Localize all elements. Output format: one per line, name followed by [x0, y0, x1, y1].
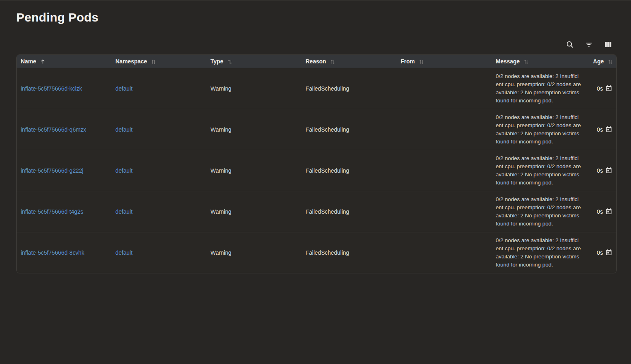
age-value-wrap: 0s — [588, 167, 613, 174]
event-type-cell: Warning — [206, 150, 301, 191]
sort-ascending-icon — [36, 58, 46, 65]
namespace-link[interactable]: default — [115, 126, 132, 133]
age-value-wrap: 0s — [588, 126, 613, 133]
column-label: From — [401, 58, 415, 65]
pod-row: inflate-5c5f75666d-8cvhkdefaultWarningFa… — [17, 232, 617, 273]
pending-pods-table: NameNamespaceTypeReasonFromMessageAge in… — [16, 54, 617, 273]
pod-name-link[interactable]: inflate-5c5f75666d-q6mzx — [21, 126, 86, 133]
pod-name-cell: inflate-5c5f75666d-kclzk — [17, 68, 111, 109]
column-label: Namespace — [115, 58, 147, 65]
age-value: 0s — [597, 126, 603, 133]
event-message-cell: 0/2 nodes are available: 2 Insufficient … — [492, 191, 583, 232]
column-header-message[interactable]: Message — [492, 55, 583, 68]
event-age-cell: 0s — [583, 232, 617, 273]
event-type-cell: Warning — [206, 68, 301, 109]
pod-row: inflate-5c5f75666d-t4g2sdefaultWarningFa… — [17, 191, 617, 232]
event-message-cell: 0/2 nodes are available: 2 Insufficient … — [492, 109, 583, 150]
event-reason-cell: FailedScheduling — [301, 232, 397, 273]
search-icon — [566, 40, 574, 49]
sort-toggle-icon — [223, 58, 233, 65]
event-message-cell: 0/2 nodes are available: 2 Insufficient … — [492, 150, 583, 191]
column-header-namespace[interactable]: Namespace — [111, 55, 206, 68]
pod-name-link[interactable]: inflate-5c5f75666d-8cvhk — [21, 249, 84, 256]
event-reason-cell: FailedScheduling — [301, 109, 397, 150]
calendar-icon — [605, 167, 612, 174]
age-value: 0s — [597, 85, 603, 92]
event-from-cell — [397, 232, 492, 273]
age-value: 0s — [597, 208, 603, 215]
age-value: 0s — [597, 249, 603, 256]
namespace-link[interactable]: default — [115, 249, 132, 256]
event-type-cell: Warning — [206, 109, 301, 150]
search-button[interactable] — [565, 39, 575, 49]
age-value-wrap: 0s — [588, 85, 613, 92]
event-reason-cell: FailedScheduling — [301, 191, 397, 232]
columns-icon — [604, 40, 612, 49]
event-message-cell: 0/2 nodes are available: 2 Insufficient … — [492, 68, 583, 109]
event-age-cell: 0s — [583, 68, 617, 109]
pod-name-cell: inflate-5c5f75666d-g222j — [17, 150, 111, 191]
pending-pods-page: Pending Pods — [0, 1, 631, 273]
sort-toggle-icon — [415, 58, 424, 65]
event-age-cell: 0s — [583, 109, 617, 150]
namespace-link[interactable]: default — [115, 85, 132, 92]
pod-name-link[interactable]: inflate-5c5f75666d-t4g2s — [21, 208, 83, 215]
filter-button[interactable] — [584, 39, 594, 49]
column-header-name[interactable]: Name — [17, 55, 111, 68]
table-toolbar — [16, 39, 613, 50]
pod-name-link[interactable]: inflate-5c5f75666d-kclzk — [21, 85, 82, 92]
sort-toggle-icon — [604, 58, 613, 65]
pod-name-link[interactable]: inflate-5c5f75666d-g222j — [21, 167, 83, 174]
column-header-from[interactable]: From — [397, 55, 492, 68]
pod-name-cell: inflate-5c5f75666d-8cvhk — [17, 232, 111, 273]
pod-name-cell: inflate-5c5f75666d-t4g2s — [17, 191, 111, 232]
pod-row: inflate-5c5f75666d-kclzkdefaultWarningFa… — [17, 68, 617, 109]
column-header-reason[interactable]: Reason — [301, 55, 397, 68]
calendar-icon — [605, 249, 612, 256]
column-label: Age — [593, 58, 604, 65]
column-header-type[interactable]: Type — [206, 55, 301, 68]
pod-namespace-cell: default — [111, 109, 206, 150]
event-type-cell: Warning — [206, 232, 301, 273]
table-header-row: NameNamespaceTypeReasonFromMessageAge — [17, 55, 617, 68]
calendar-icon — [605, 85, 612, 92]
event-message-cell: 0/2 nodes are available: 2 Insufficient … — [492, 232, 583, 273]
age-value-wrap: 0s — [588, 249, 613, 256]
event-reason-cell: FailedScheduling — [301, 68, 397, 109]
event-age-cell: 0s — [583, 191, 617, 232]
column-label: Name — [21, 58, 36, 65]
pod-namespace-cell: default — [111, 68, 206, 109]
age-value: 0s — [597, 167, 603, 174]
event-age-cell: 0s — [583, 150, 617, 191]
sort-toggle-icon — [147, 58, 156, 65]
sort-toggle-icon — [326, 58, 336, 65]
event-from-cell — [397, 150, 492, 191]
namespace-link[interactable]: default — [115, 167, 132, 174]
calendar-icon — [605, 126, 612, 133]
column-label: Message — [496, 58, 520, 65]
namespace-link[interactable]: default — [115, 208, 132, 215]
pod-row: inflate-5c5f75666d-q6mzxdefaultWarningFa… — [17, 109, 617, 150]
column-label: Reason — [306, 58, 326, 65]
filter-icon — [585, 40, 593, 49]
columns-button[interactable] — [603, 39, 613, 49]
event-from-cell — [397, 191, 492, 232]
column-header-age[interactable]: Age — [583, 55, 617, 68]
pod-namespace-cell: default — [111, 150, 206, 191]
column-label: Type — [210, 58, 223, 65]
event-type-cell: Warning — [206, 191, 301, 232]
pod-row: inflate-5c5f75666d-g222jdefaultWarningFa… — [17, 150, 617, 191]
pod-namespace-cell: default — [111, 232, 206, 273]
page-title: Pending Pods — [16, 11, 617, 24]
event-reason-cell: FailedScheduling — [301, 150, 397, 191]
event-from-cell — [397, 68, 492, 109]
event-from-cell — [397, 109, 492, 150]
calendar-icon — [605, 208, 612, 215]
sort-toggle-icon — [520, 58, 529, 65]
pod-name-cell: inflate-5c5f75666d-q6mzx — [17, 109, 111, 150]
pod-namespace-cell: default — [111, 191, 206, 232]
age-value-wrap: 0s — [588, 208, 613, 215]
